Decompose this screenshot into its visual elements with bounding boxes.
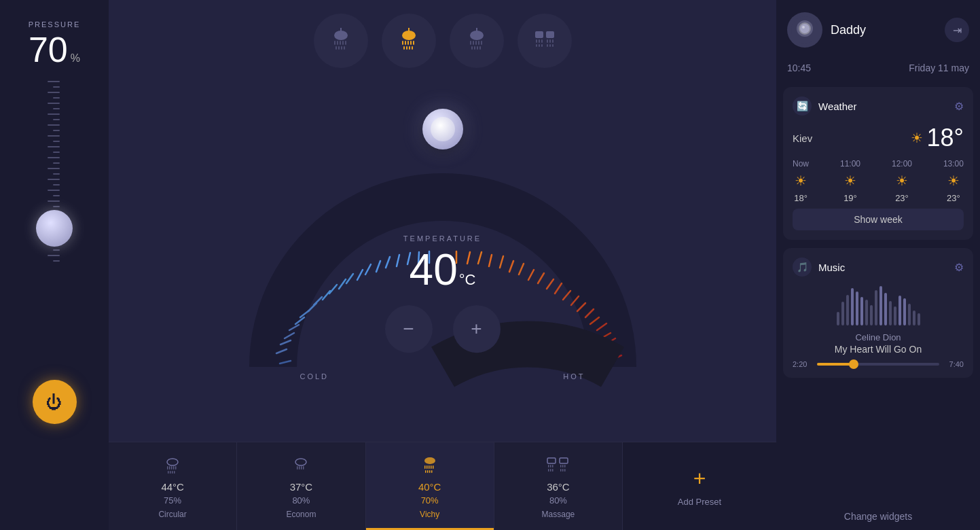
svg-rect-36 [539,39,540,43]
music-icon: 🎵 [793,258,812,277]
svg-rect-45 [549,44,551,47]
svg-line-62 [329,285,337,294]
svg-rect-127 [564,469,566,472]
pressure-slider-knob[interactable] [36,210,73,247]
change-widgets-button[interactable]: Change widgets [776,503,980,530]
svg-line-72 [528,270,534,280]
add-preset-icon: + [693,466,706,491]
svg-rect-119 [560,465,562,467]
weather-sun-now: ☀ [911,130,923,146]
logout-button[interactable]: ⇥ [945,18,969,42]
preset-circular-temp: 44°C [161,481,184,493]
music-bar-2 [841,302,844,325]
temperature-decrease-button[interactable]: − [385,305,433,353]
pressure-unit: % [71,52,80,65]
svg-rect-115 [560,458,568,463]
svg-line-81 [519,264,524,275]
svg-rect-118 [552,465,553,467]
weather-icon-13: ☀ [947,173,960,189]
avatar [787,12,822,48]
svg-point-104 [424,457,435,464]
temperature-increase-button[interactable]: + [453,305,501,353]
weather-temp-13: 23° [947,193,960,203]
right-panel: Daddy ⇥ 10:45 Friday 11 may 🔄 Weather ⚙ … [776,0,980,530]
preset-vichy[interactable]: 40°C 70% Vichy [366,442,494,530]
music-progress-thumb[interactable] [849,359,858,369]
hot-label: HOT [563,372,585,381]
preset-massage-temp: 36°C [547,481,570,493]
music-bar-5 [856,292,858,325]
svg-rect-2 [334,41,335,45]
preset-massage-name: Massage [542,510,575,519]
preset-circular[interactable]: 44°C 75% Circular [109,442,237,530]
weather-icon-now: ☀ [795,173,807,189]
sidebar: PRESSURE 70 % [0,0,109,530]
svg-rect-5 [342,41,344,45]
svg-rect-23 [476,28,477,33]
shower-mode-2[interactable] [382,14,436,68]
music-bar-9 [875,290,877,325]
music-time-current: 2:20 [793,360,812,368]
svg-point-89 [167,459,178,465]
svg-rect-120 [562,465,564,467]
music-widget: 🎵 Music ⚙ Celine Dion My Hear [783,248,973,378]
weather-temp-12: 23° [895,193,909,203]
music-bar-18 [918,313,920,325]
shower-mode-1[interactable] [314,14,368,68]
music-time-total: 7:40 [945,360,964,368]
svg-rect-43 [541,44,543,47]
shower-mode-2-icon [394,26,424,56]
music-bar-3 [846,295,849,325]
temperature-knob[interactable] [422,109,463,149]
music-track: My Heart Will Go On [793,344,964,355]
main-area: TEMPERATURE 40 °C − + COLD HOT [109,0,776,530]
svg-rect-9 [341,46,342,50]
power-button[interactable]: ⏻ [33,380,77,424]
svg-line-52 [339,279,346,289]
weather-settings-button[interactable]: ⚙ [954,100,964,113]
svg-rect-32 [479,46,481,50]
temperature-control: TEMPERATURE 40 °C − + COLD HOT [109,75,776,442]
arc-container: TEMPERATURE 40 °C − + COLD HOT [232,95,653,421]
weather-temp-current: 18° [927,124,964,152]
datetime-display: 10:45 Friday 11 may [776,60,980,83]
preset-massage[interactable]: 36°C 80% Massage [494,442,623,530]
current-date: Friday 11 may [909,63,969,73]
preset-vichy-pressure: 70% [421,495,439,506]
svg-rect-125 [560,469,562,472]
show-week-button[interactable]: Show week [793,209,964,230]
weather-city-row: Kiev ☀ 18° [793,124,964,152]
shower-mode-4[interactable] [518,14,572,68]
weather-icon-11: ☀ [844,173,856,189]
avatar-image [790,15,820,45]
svg-rect-6 [345,41,346,45]
weather-forecast: Now ☀ 18° 11:00 ☀ 19° 12:00 ☀ 23° 13:00 … [793,159,964,203]
preset-massage-icon [545,454,572,478]
svg-rect-102 [301,466,302,470]
svg-rect-13 [402,41,403,45]
add-preset-button[interactable]: + Add Preset [623,442,776,530]
temperature-display: TEMPERATURE 40 °C − + [385,234,501,353]
svg-rect-95 [168,471,169,474]
shower-mode-3[interactable] [450,14,504,68]
temperature-unit: °C [459,271,476,289]
music-progress: 2:20 7:40 [793,360,964,368]
svg-rect-93 [173,466,175,470]
preset-econom[interactable]: 37°C 80% Econom [237,442,365,530]
weather-widget: 🔄 Weather ⚙ Kiev ☀ 18° Now ☀ 18° 11:00 ☀… [783,87,973,240]
weather-time-now: Now [793,159,809,169]
music-progress-bar[interactable] [817,363,939,366]
music-bar-8 [870,305,873,325]
user-header: Daddy ⇥ [776,0,980,60]
svg-rect-35 [536,39,537,43]
pressure-slider[interactable] [44,81,65,366]
svg-rect-94 [175,466,177,470]
temperature-value: 40 [410,248,458,292]
svg-rect-108 [431,465,432,469]
svg-rect-29 [471,46,473,50]
music-title: Music [818,262,947,273]
music-bar-11 [884,293,887,325]
svg-rect-21 [412,46,413,50]
weather-title: Weather [818,101,947,112]
music-settings-button[interactable]: ⚙ [954,261,964,274]
